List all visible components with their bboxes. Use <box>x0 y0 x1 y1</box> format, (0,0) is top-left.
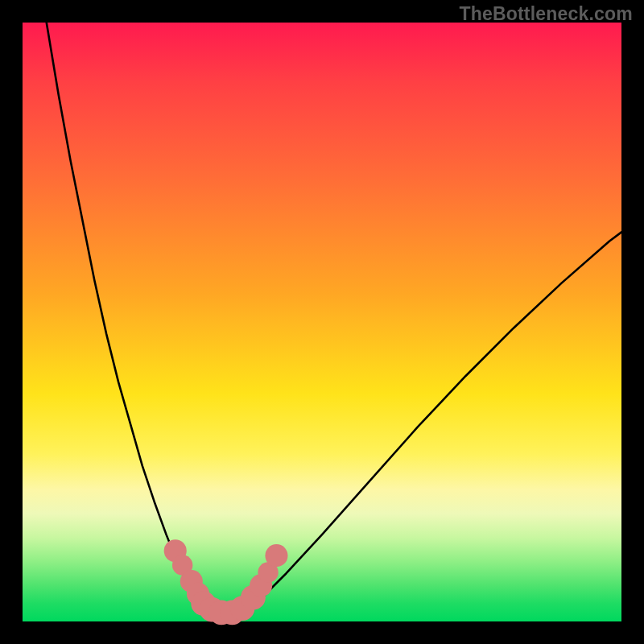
curve-group <box>47 23 621 614</box>
chart-svg <box>23 23 621 621</box>
watermark-text: TheBottleneck.com <box>459 3 633 25</box>
marker-group <box>164 539 288 625</box>
right-curve <box>244 232 621 609</box>
left-curve <box>47 23 208 611</box>
chart-frame: TheBottleneck.com <box>0 0 644 644</box>
right-marker-4 <box>265 544 287 567</box>
